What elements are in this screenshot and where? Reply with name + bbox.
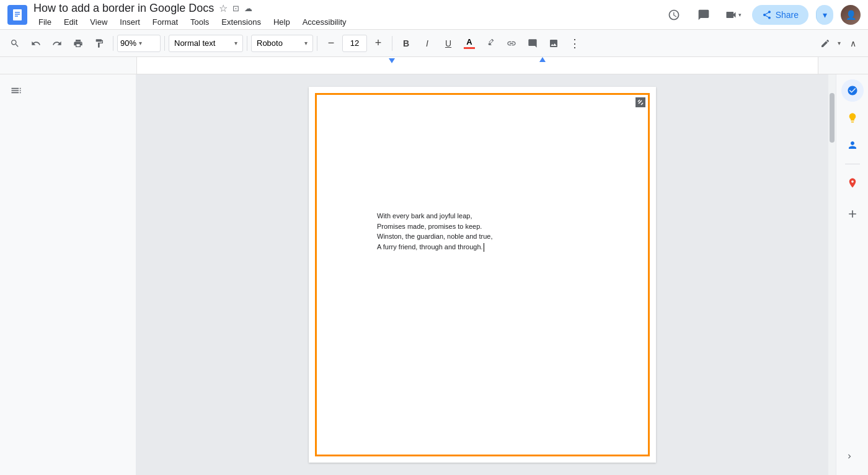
user-avatar[interactable]: 👤 xyxy=(841,5,861,25)
toolbar-divider-3 xyxy=(247,36,247,51)
pencil-button[interactable] xyxy=(815,33,835,53)
underline-button[interactable]: U xyxy=(438,33,458,53)
menu-view[interactable]: View xyxy=(85,16,112,28)
text-line-2: Promises made, promises to keep. xyxy=(377,221,493,232)
menu-edit[interactable]: Edit xyxy=(59,16,82,28)
chat-button[interactable] xyxy=(693,4,715,26)
ruler-right xyxy=(818,57,868,74)
menu-accessibility[interactable]: Accessibility xyxy=(298,16,352,28)
menu-extensions[interactable]: Extensions xyxy=(216,16,266,28)
title-bar: How to add a border in Google Docs ☆ ⊡ ☁… xyxy=(0,0,868,30)
toolbar-divider-5 xyxy=(392,36,392,51)
expand-sidebar-button[interactable] xyxy=(841,448,858,465)
text-cursor xyxy=(484,243,484,252)
print-button[interactable] xyxy=(68,33,88,53)
vertical-scrollbar[interactable] xyxy=(828,74,836,475)
google-maps-button[interactable] xyxy=(841,172,864,194)
menu-tools[interactable]: Tools xyxy=(185,16,214,28)
border-handle[interactable] xyxy=(636,97,645,107)
docs-logo-icon[interactable] xyxy=(7,5,27,25)
toolbar-divider-1 xyxy=(113,36,113,51)
font-size-box[interactable]: 12 xyxy=(342,35,367,52)
right-sidebar-divider xyxy=(845,164,860,164)
menu-insert[interactable]: Insert xyxy=(115,16,145,28)
drive-icon[interactable]: ⊡ xyxy=(232,4,239,13)
font-color-indicator xyxy=(464,47,475,49)
document-text-content[interactable]: With every bark and joyful leap, Promise… xyxy=(377,211,493,252)
menu-bar: File Edit View Insert Format Tools Exten… xyxy=(33,16,657,28)
right-indent-marker[interactable] xyxy=(539,57,546,62)
search-button[interactable] xyxy=(5,33,25,53)
share-button[interactable]: Share xyxy=(752,5,808,25)
paragraph-style-select[interactable]: Normal text ▾ xyxy=(169,35,243,52)
more-options-button[interactable]: ⋮ xyxy=(565,33,585,53)
toolbar: 90% ▾ Normal text ▾ Roboto ▾ − 12 + B I … xyxy=(0,30,868,57)
text-line-3: Winston, the guardian, noble and true, xyxy=(377,231,493,242)
increase-font-button[interactable]: + xyxy=(368,33,388,53)
share-dropdown-button[interactable]: ▾ xyxy=(816,5,833,25)
google-keep-button[interactable] xyxy=(841,107,864,129)
text-line-1: With every bark and joyful leap, xyxy=(377,211,493,221)
history-button[interactable] xyxy=(663,4,685,26)
redo-button[interactable] xyxy=(47,33,67,53)
doc-title-row: How to add a border in Google Docs ☆ ⊡ ☁ xyxy=(33,2,657,15)
menu-help[interactable]: Help xyxy=(268,16,295,28)
bold-button[interactable]: B xyxy=(396,33,416,53)
ruler xyxy=(136,57,818,74)
cloud-icon[interactable]: ☁ xyxy=(244,4,252,13)
image-button[interactable] xyxy=(544,33,564,53)
google-tasks-button[interactable] xyxy=(841,79,864,102)
font-color-button[interactable]: A xyxy=(459,33,479,53)
collapse-toolbar-button[interactable]: ∧ xyxy=(843,33,863,53)
ruler-container xyxy=(0,57,868,74)
menu-format[interactable]: Format xyxy=(148,16,183,28)
title-section: How to add a border in Google Docs ☆ ⊡ ☁… xyxy=(33,2,657,28)
left-indent-marker[interactable] xyxy=(389,58,395,63)
doc-title[interactable]: How to add a border in Google Docs xyxy=(33,2,214,15)
document-page: With every bark and joyful leap, Promise… xyxy=(309,87,656,463)
font-select[interactable]: Roboto ▾ xyxy=(251,35,313,52)
link-button[interactable] xyxy=(502,33,521,53)
left-sidebar xyxy=(0,74,136,475)
add-panel-button[interactable] xyxy=(843,204,862,224)
ruler-left-margin xyxy=(0,57,136,74)
outline-toggle-button[interactable] xyxy=(0,74,136,109)
google-contacts-button[interactable] xyxy=(841,134,864,156)
document-border xyxy=(315,93,650,456)
svg-rect-0 xyxy=(13,9,22,20)
comment-button[interactable] xyxy=(523,33,542,53)
main-area: With every bark and joyful leap, Promise… xyxy=(0,74,868,475)
right-sidebar xyxy=(836,74,868,475)
paint-format-button[interactable] xyxy=(89,33,109,53)
document-canvas[interactable]: With every bark and joyful leap, Promise… xyxy=(136,74,828,475)
meet-button[interactable]: ▾ xyxy=(722,4,745,26)
scrollbar-thumb[interactable] xyxy=(830,93,835,143)
zoom-select[interactable]: 90% ▾ xyxy=(117,35,161,52)
text-line-4: A furry friend, through and through. xyxy=(377,242,493,252)
decrease-font-button[interactable]: − xyxy=(321,33,341,53)
toolbar-divider-2 xyxy=(164,36,165,51)
toolbar-divider-4 xyxy=(317,36,317,51)
title-icons: ☆ ⊡ ☁ xyxy=(219,2,252,14)
undo-button[interactable] xyxy=(26,33,46,53)
italic-button[interactable]: I xyxy=(417,33,437,53)
highlight-button[interactable] xyxy=(480,33,500,53)
menu-file[interactable]: File xyxy=(33,16,56,28)
star-icon[interactable]: ☆ xyxy=(219,2,228,14)
title-right: ▾ Share ▾ 👤 xyxy=(663,4,861,26)
